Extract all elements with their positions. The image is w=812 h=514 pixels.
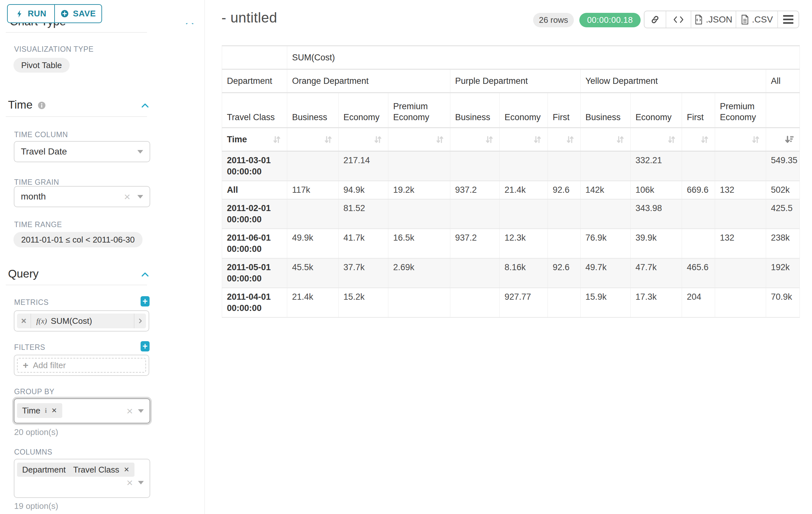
travel-class-header-cell: Premium Economy: [388, 93, 450, 128]
data-cell: 70.9k: [766, 288, 800, 317]
data-cell: [715, 288, 766, 317]
data-cell: [388, 199, 450, 229]
data-cell: 937.2: [450, 229, 500, 258]
code-icon: [673, 15, 684, 24]
view-query-button[interactable]: [666, 11, 691, 28]
travel-class-header-cell: Business: [450, 93, 500, 128]
sort-icon[interactable]: [750, 134, 761, 145]
group-by-options-count: 20 option(s): [14, 427, 58, 437]
run-button[interactable]: RUN: [8, 5, 54, 23]
time-collapse-icon[interactable]: [141, 101, 150, 110]
time-column-select[interactable]: Travel Date: [14, 141, 150, 162]
sorter-cell[interactable]: [631, 128, 682, 151]
section-divider: [6, 32, 147, 33]
remove-metric-icon[interactable]: ×: [17, 314, 31, 328]
remove-chip-icon[interactable]: ✕: [124, 466, 130, 474]
sorter-cell[interactable]: [388, 128, 450, 151]
data-cell: [548, 151, 581, 181]
data-cell: 238k: [766, 229, 800, 258]
sorter-cell[interactable]: [682, 128, 715, 151]
metrics-label: METRICS: [14, 298, 49, 307]
time-sorter-cell[interactable]: Time: [222, 128, 287, 151]
run-save-button-group: RUN SAVE: [7, 4, 102, 23]
sort-icon[interactable]: [666, 134, 677, 145]
sort-icon[interactable]: [271, 134, 282, 145]
data-cell: 92.6: [548, 258, 581, 288]
add-filter-button[interactable]: + Add filter: [17, 358, 146, 373]
travel-class-header-cell: Economy: [500, 93, 548, 128]
sort-icon[interactable]: [615, 134, 626, 145]
data-cell: 81.52: [339, 199, 388, 229]
clear-icon[interactable]: ×: [124, 191, 130, 202]
data-cell: 204: [682, 288, 715, 317]
clear-icon[interactable]: ×: [126, 405, 133, 416]
metrics-container: × f(x) SUM(Cost): [14, 310, 149, 331]
data-cell: [287, 199, 339, 229]
group-by-select[interactable]: Time i ✕ ×: [14, 398, 150, 424]
data-cell: 927.77: [500, 288, 548, 317]
export-toolbar: .JSON .CSV: [644, 10, 799, 28]
sort-icon[interactable]: [699, 134, 710, 145]
info-icon: [37, 101, 47, 110]
add-metric-button[interactable]: +: [141, 296, 150, 306]
time-section-header[interactable]: Time: [8, 98, 47, 111]
data-cell: [715, 199, 766, 229]
sorter-cell[interactable]: [500, 128, 548, 151]
travel-class-header-cell: Economy: [631, 93, 682, 128]
data-cell: [500, 151, 548, 181]
time-grain-value: month: [21, 191, 124, 202]
export-json-button[interactable]: .JSON: [691, 11, 736, 28]
sorter-cell[interactable]: [548, 128, 581, 151]
sort-icon[interactable]: [373, 134, 383, 145]
export-csv-button[interactable]: .CSV: [736, 11, 778, 28]
menu-button[interactable]: [778, 11, 799, 28]
copy-link-button[interactable]: [644, 11, 666, 28]
fx-icon: f(x): [36, 317, 47, 325]
time-range-label: TIME RANGE: [14, 220, 62, 229]
travel-class-header-cell: [766, 93, 800, 128]
metric-chip[interactable]: × f(x) SUM(Cost): [17, 314, 146, 328]
time-range-chip[interactable]: 2011-01-01 ≤ col < 2011-06-30: [13, 232, 143, 247]
sorter-cell[interactable]: [715, 128, 766, 151]
section-divider: [6, 116, 147, 117]
sorter-cell[interactable]: [287, 128, 339, 151]
time-grain-select[interactable]: month ×: [14, 186, 150, 207]
columns-chip-label: Travel Class: [73, 465, 119, 475]
add-filter-plus-button[interactable]: +: [141, 341, 150, 351]
travel-class-header-cell: Business: [287, 93, 339, 128]
columns-chip[interactable]: Travel Class ✕: [68, 463, 135, 477]
department-group-cell: All: [766, 70, 800, 93]
data-cell: 937.2: [450, 181, 500, 199]
row-label-cell: 2011-02-01 00:00:00: [222, 199, 287, 229]
control-panel: Chart Type RUN SAVE VISUALIZATION TYPE P…: [0, 0, 205, 514]
visualization-type-chip[interactable]: Pivot Table: [13, 58, 70, 73]
sort-icon[interactable]: [565, 134, 576, 145]
columns-select[interactable]: Department ✕ Travel Class ✕ ×: [14, 459, 150, 498]
remove-chip-icon[interactable]: ✕: [51, 407, 57, 414]
row-label-cell: 2011-03-01 00:00:00: [222, 151, 287, 181]
export-json-label: .JSON: [706, 15, 732, 25]
sort-icon[interactable]: [532, 134, 543, 145]
query-collapse-icon[interactable]: [141, 270, 150, 279]
data-cell: 92.6: [548, 181, 581, 199]
data-cell: [715, 151, 766, 181]
sort-icon[interactable]: [323, 134, 334, 145]
row-label-cell: 2011-05-01 00:00:00: [222, 258, 287, 288]
chevron-right-icon[interactable]: [134, 314, 146, 328]
sort-descending-icon[interactable]: [784, 134, 795, 145]
group-by-chip[interactable]: Time i ✕: [17, 403, 62, 418]
data-cell: [548, 199, 581, 229]
save-button[interactable]: SAVE: [55, 5, 102, 23]
sorter-cell[interactable]: [581, 128, 631, 151]
sorter-cell[interactable]: [766, 128, 800, 151]
sort-icon[interactable]: [435, 134, 445, 145]
sort-icon[interactable]: [484, 134, 495, 145]
data-cell: [287, 151, 339, 181]
chart-title[interactable]: - untitled: [222, 10, 277, 26]
sorter-cell[interactable]: [339, 128, 388, 151]
query-section-header[interactable]: Query: [8, 267, 38, 280]
sorter-cell[interactable]: [450, 128, 500, 151]
clear-icon[interactable]: ×: [126, 477, 133, 488]
data-cell: 549.35: [766, 151, 800, 181]
table-row: 2011-03-01 00:00:00217.14332.21549.35: [222, 151, 800, 181]
